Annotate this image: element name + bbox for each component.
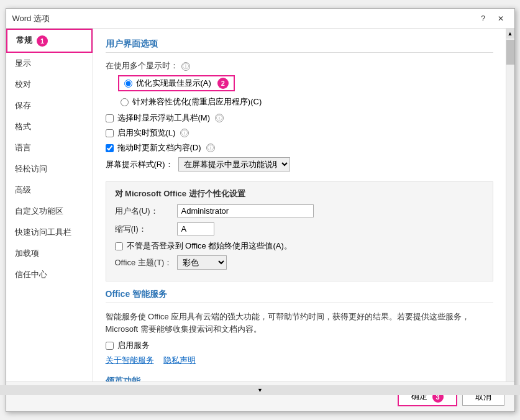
enable-service-checkbox[interactable]: 启用服务 bbox=[106, 340, 493, 351]
radio-optimize-input[interactable] bbox=[124, 80, 132, 88]
checkbox-update-doc[interactable]: 拖动时更新文档内容(D) ⓘ bbox=[106, 142, 493, 153]
screen-tip-row: 屏幕提示样式(R)： 在屏幕提示中显示功能说明 bbox=[106, 157, 493, 171]
theme-select[interactable]: 彩色 深灰色 白色 bbox=[177, 255, 227, 270]
radio-badge-2: 2 bbox=[217, 78, 229, 89]
always-use-values-input[interactable] bbox=[115, 242, 123, 250]
help-button[interactable]: ? bbox=[476, 12, 491, 25]
close-button[interactable]: ✕ bbox=[493, 12, 508, 25]
multi-display-group: 在使用多个显示时： ⓘ 优化实现最佳显示(A) 2 针对兼容性优化(需重启应用程… bbox=[106, 60, 493, 171]
username-input[interactable] bbox=[177, 204, 314, 217]
sidebar-item-quick-access[interactable]: 快速访问工具栏 bbox=[6, 222, 93, 243]
sidebar-item-customize-ribbon[interactable]: 自定义功能区 bbox=[6, 201, 93, 222]
theme-row: Office 主题(T)： 彩色 深灰色 白色 bbox=[115, 255, 484, 270]
username-row: 用户名(U)： bbox=[115, 204, 484, 217]
scroll-up[interactable]: ▲ bbox=[506, 29, 514, 39]
username-label: 用户名(U)： bbox=[115, 206, 177, 217]
abbr-label: 缩写(I)： bbox=[115, 224, 177, 235]
sidebar-item-save[interactable]: 保存 bbox=[6, 95, 93, 116]
sidebar-item-trust-center[interactable]: 信任中心 bbox=[6, 264, 93, 285]
content-area: 常规 1 显示 校对 保存 格式 语言 轻松访问 高级 bbox=[6, 29, 514, 381]
checkbox-live-preview-input[interactable] bbox=[106, 129, 114, 137]
always-use-values-checkbox[interactable]: 不管是否登录到 Office 都始终使用这些值(A)。 bbox=[115, 240, 484, 252]
abbr-row: 缩写(I)： bbox=[115, 222, 484, 235]
checkbox-live-preview[interactable]: 启用实时预览(L) ⓘ bbox=[106, 127, 493, 139]
main-panel: 用户界面选项 在使用多个显示时： ⓘ 优化实现最佳显示(A) 2 针对兼容性优化… bbox=[93, 29, 506, 381]
smart-service-section: Office 智能服务 智能服务使 Office 应用具有云端的强大功能，可帮助… bbox=[106, 289, 493, 366]
sidebar-item-display[interactable]: 显示 bbox=[6, 53, 93, 74]
about-smart-service-link[interactable]: 关于智能服务 bbox=[106, 355, 154, 365]
info-icon-4[interactable]: ⓘ bbox=[206, 144, 215, 152]
radio-compatibility[interactable]: 针对兼容性优化(需重启应用程序)(C) bbox=[121, 96, 493, 107]
radio-compatibility-input[interactable] bbox=[121, 98, 129, 106]
info-icon-3[interactable]: ⓘ bbox=[180, 129, 189, 137]
scroll-thumb[interactable] bbox=[506, 40, 514, 65]
main-scrollbar[interactable]: ▲ ▼ bbox=[506, 29, 514, 381]
sidebar-item-language[interactable]: 语言 bbox=[6, 137, 93, 158]
checkbox-floating-toolbar-input[interactable] bbox=[106, 114, 114, 122]
checkbox-update-doc-input[interactable] bbox=[106, 144, 114, 152]
word-options-dialog: Word 选项 ? ✕ 常规 1 显示 校对 保存 格式 bbox=[6, 8, 515, 412]
sidebar-item-proofing[interactable]: 校对 bbox=[6, 74, 93, 95]
abbr-input[interactable] bbox=[177, 222, 214, 235]
linkedin-section: 领英功能 在 Office 中使用领英功能，与你的专业人员网络保持联系，并随时了… bbox=[106, 376, 493, 381]
linkedin-header: 领英功能 bbox=[106, 376, 493, 381]
sidebar-item-addins[interactable]: 加载项 bbox=[6, 243, 93, 264]
title-bar: Word 选项 ? ✕ bbox=[6, 9, 514, 29]
sidebar-badge-1: 1 bbox=[37, 35, 48, 47]
smart-service-header: Office 智能服务 bbox=[106, 289, 493, 303]
personalize-header: 对 Microsoft Office 进行个性化设置 bbox=[115, 188, 484, 199]
personalize-section: 对 Microsoft Office 进行个性化设置 用户名(U)： 缩写(I)… bbox=[106, 181, 493, 281]
enable-service-input[interactable] bbox=[106, 342, 114, 350]
checkbox-floating-toolbar[interactable]: 选择时显示浮动工具栏(M) ⓘ bbox=[106, 112, 493, 124]
sidebar-item-general[interactable]: 常规 1 bbox=[6, 29, 93, 53]
screen-tip-select[interactable]: 在屏幕提示中显示功能说明 bbox=[178, 157, 290, 171]
info-icon-2[interactable]: ⓘ bbox=[215, 114, 224, 122]
title-bar-buttons: ? ✕ bbox=[476, 12, 508, 25]
ui-options-header: 用户界面选项 bbox=[106, 39, 493, 53]
sidebar-item-accessibility[interactable]: 轻松访问 bbox=[6, 158, 93, 180]
privacy-statement-link[interactable]: 隐私声明 bbox=[163, 355, 196, 365]
info-icon-1[interactable]: ⓘ bbox=[181, 62, 190, 71]
dialog-title: Word 选项 bbox=[12, 13, 50, 24]
sidebar-item-format[interactable]: 格式 bbox=[6, 116, 93, 137]
smart-service-desc: 智能服务使 Office 应用具有云端的强大功能，可帮助节约时间，获得更好的结果… bbox=[106, 311, 493, 335]
theme-label: Office 主题(T)： bbox=[115, 257, 177, 268]
sidebar-item-advanced[interactable]: 高级 bbox=[6, 180, 93, 201]
radio-optimize-display[interactable]: 优化实现最佳显示(A) 2 bbox=[118, 75, 235, 91]
sidebar: 常规 1 显示 校对 保存 格式 语言 轻松访问 高级 bbox=[6, 29, 93, 381]
multi-display-label: 在使用多个显示时： ⓘ bbox=[106, 60, 493, 71]
